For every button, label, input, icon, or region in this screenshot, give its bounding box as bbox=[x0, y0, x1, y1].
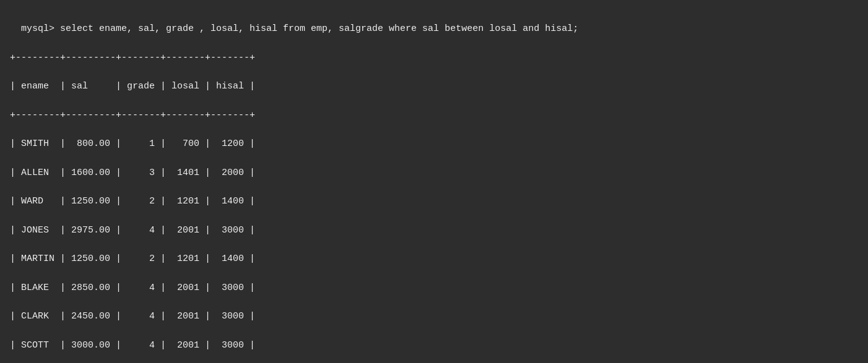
header-row: | ename | sal | grade | losal | hisal | bbox=[10, 81, 255, 92]
data-row-6: | CLARK | 2450.00 | 4 | 2001 | 3000 | bbox=[10, 311, 255, 322]
separator-header: +--------+---------+-------+-------+----… bbox=[10, 110, 255, 121]
command-line: mysql> select ename, sal, grade , losal,… bbox=[21, 23, 578, 34]
data-row-2: | WARD | 1250.00 | 2 | 1201 | 1400 | bbox=[10, 196, 255, 207]
data-row-3: | JONES | 2975.00 | 4 | 2001 | 3000 | bbox=[10, 225, 255, 236]
terminal-output: mysql> select ename, sal, grade , losal,… bbox=[10, 7, 858, 363]
data-row-1: | ALLEN | 1600.00 | 3 | 1401 | 2000 | bbox=[10, 168, 255, 178]
data-row-5: | BLAKE | 2850.00 | 4 | 2001 | 3000 | bbox=[10, 283, 255, 293]
separator-top: +--------+---------+-------+-------+----… bbox=[10, 53, 255, 63]
data-row-0: | SMITH | 800.00 | 1 | 700 | 1200 | bbox=[10, 139, 255, 149]
data-row-4: | MARTIN | 1250.00 | 2 | 1201 | 1400 | bbox=[10, 254, 255, 264]
data-row-7: | SCOTT | 3000.00 | 4 | 2001 | 3000 | bbox=[10, 340, 255, 351]
